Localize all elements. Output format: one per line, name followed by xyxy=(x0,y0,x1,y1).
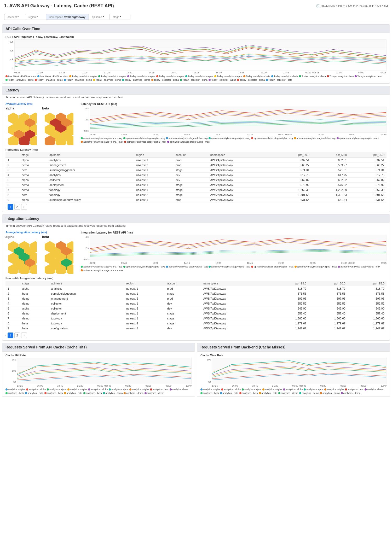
th-apiname: apiname xyxy=(47,152,134,158)
cell-p95: 597.96 xyxy=(348,296,387,301)
cell-namespace: AWS/ApiGateway xyxy=(208,158,274,163)
cell-namespace: AWS/ApiGateway xyxy=(208,193,274,197)
int-page-2[interactable]: 2 xyxy=(14,333,20,338)
lat-legend-8: apiname=analytics stage=alpha - max xyxy=(81,141,123,143)
integration-chart-legend: apiname=analytics stage=alpha - avg apin… xyxy=(81,265,387,272)
cell-region: us-east-1 xyxy=(124,301,165,306)
y-label-20k: 20k xyxy=(9,58,13,61)
lat-legend-1: apiname=analytics stage=alpha - avg xyxy=(81,137,122,139)
cell-stage: beta xyxy=(20,168,47,173)
int-alpha-honeycomb-svg xyxy=(5,240,37,274)
cell-apiname: topology xyxy=(49,316,124,321)
page-title: 1. AWS API Gateway - Latency, Cache (RES… xyxy=(4,3,114,9)
legend-item-6: Today - analytics - alpha xyxy=(156,75,184,78)
int-th-account: account xyxy=(165,281,201,286)
x-label-4: 10:00 xyxy=(82,71,88,74)
filter-account[interactable]: account * xyxy=(4,14,25,20)
cell-stage: beta xyxy=(20,321,49,326)
integration-pagination: ‹ 1 2 › xyxy=(5,333,387,338)
cell-p95: 1,360.60 xyxy=(348,316,387,321)
lat-page-2[interactable]: 2 xyxy=(14,204,20,210)
ch-leg-16: analytics - demo xyxy=(124,392,143,394)
cell-p95: 573.53 xyxy=(348,291,387,296)
x-label-10: 18:30 xyxy=(216,71,222,74)
cell-account: stage xyxy=(174,188,208,193)
int-legend-6: apiname=analytics stage=alpha - max xyxy=(295,265,337,268)
cell-namespace: AWS/ApiGateway xyxy=(201,296,269,301)
filter-apiname[interactable]: apiname * xyxy=(89,14,109,20)
cell-p50: 518.79 xyxy=(308,286,347,291)
filter-namespace[interactable]: namespace aws/apigateway xyxy=(46,14,89,20)
lat-legend-7: apiname=analytics stage=alpha - max xyxy=(337,137,379,139)
int-th-stage: stage xyxy=(20,281,49,286)
cm-leg-5: analytics - alpha xyxy=(283,388,303,391)
cell-apiname: analytics xyxy=(47,173,134,178)
cell-num: 4 xyxy=(5,173,20,178)
filter-region[interactable]: region * xyxy=(25,14,46,20)
cell-p50: 1,279.67 xyxy=(308,321,347,326)
cell-apiname: sumologic-appdev-proxy xyxy=(47,197,134,202)
latency-left-col: Average Latency (ms) alpha xyxy=(5,102,79,146)
cell-num: 8 xyxy=(5,321,20,326)
cm-leg-17: analytics - demo xyxy=(341,392,361,394)
lat-page-1[interactable]: 1 xyxy=(8,204,13,210)
cm-leg-7: analytics - alpha xyxy=(324,388,344,391)
x-label-2: 07:10 xyxy=(37,71,43,74)
page-header: 1. AWS API Gateway - Latency, Cache (RES… xyxy=(0,0,392,12)
int-page-prev-icon: ‹ xyxy=(5,334,7,337)
cache-misses-header: Requests Served From Back-end (Cache Mis… xyxy=(197,343,390,352)
cache-hit-y-50: 50 xyxy=(13,381,16,383)
int-page-1[interactable]: 1 xyxy=(8,333,13,338)
cell-p99: 1,301.53 xyxy=(274,193,312,197)
alpha-label: alpha xyxy=(5,106,37,110)
cell-p99: 552.52 xyxy=(269,301,308,306)
int-page-next[interactable]: › xyxy=(21,333,27,338)
ch-x-8: 08:00 xyxy=(166,384,172,387)
api-calls-section: API Calls Over Time REST API Requests (T… xyxy=(2,24,390,84)
int-beta-label: beta xyxy=(42,235,73,239)
table-row: 9 beta configuration us-east-1 dev AWS/A… xyxy=(5,326,387,331)
cell-p95: 1,279.67 xyxy=(348,321,387,326)
ch-leg-4: analytics - alpha xyxy=(67,388,87,391)
cm-leg-14: analytics - demo xyxy=(278,392,298,394)
cell-namespace: AWS/ApiGateway xyxy=(201,301,269,306)
ch-leg-15: analytics - demo xyxy=(103,392,123,394)
int-legend-5: apiname=analytics stage=alpha - max xyxy=(251,265,293,268)
cell-p99: 1,360.60 xyxy=(269,316,308,321)
cell-p50: 557.40 xyxy=(308,311,347,316)
int-th-num xyxy=(5,281,20,286)
cell-account: stage xyxy=(165,316,201,321)
cm-leg-4: analytics - alpha xyxy=(262,388,282,391)
x-label-8: 15:40 xyxy=(171,71,177,74)
table-row: 1 alpha analytics us-east-1 prod AWS/Api… xyxy=(5,158,387,163)
beta-honeycomb: beta xyxy=(42,106,73,146)
int-x-3: 12:00 xyxy=(153,262,159,264)
legend-item-13: Today - analytics - beta xyxy=(355,75,382,78)
legend-item-20: Today - collector - alpha xyxy=(180,79,207,81)
cm-x-1: 13:25 xyxy=(212,384,218,387)
lat-x-1: 11:30 xyxy=(90,133,96,136)
int-th-p50: pct_50.0 xyxy=(308,281,347,286)
legend-item-18: Today - analytics - demo xyxy=(122,79,150,81)
ch-x-5: 00:00 Mar 08 xyxy=(97,384,111,387)
int-legend-1: apiname=analytics stage=alpha - avg xyxy=(81,265,122,268)
lat-legend-6: apiname=analytics stage=alpha - avg xyxy=(294,137,336,139)
lat-page-next[interactable]: › xyxy=(21,204,27,210)
legend-item-9: Today - analytics - beta xyxy=(243,75,270,78)
table-row: 4 demo collector us-east-1 dev AWS/ApiGa… xyxy=(5,301,387,306)
cell-num: 7 xyxy=(5,316,20,321)
cell-num: 2 xyxy=(5,291,20,296)
svg-rect-30 xyxy=(90,107,386,132)
lat-legend-4: apiname=analytics stage=alpha - avg xyxy=(209,137,250,139)
filter-stage[interactable]: stage * xyxy=(109,14,130,20)
lat-legend-9: apiname=analytics stage=alpha - max xyxy=(124,141,166,143)
cell-p50: 569.27 xyxy=(312,163,349,168)
cm-x-4: 21:20 xyxy=(272,384,278,387)
cell-namespace: AWS/ApiGateway xyxy=(208,163,274,168)
cell-p50: 573.53 xyxy=(308,291,347,296)
cell-region: us-east-1 xyxy=(124,286,165,291)
ch-leg-6: analytics - alpha xyxy=(109,388,128,391)
cell-region: us-east-2 xyxy=(124,306,165,311)
cell-stage: alpha xyxy=(20,178,47,183)
legend-item-21: Today - collector - alpha xyxy=(209,79,236,81)
